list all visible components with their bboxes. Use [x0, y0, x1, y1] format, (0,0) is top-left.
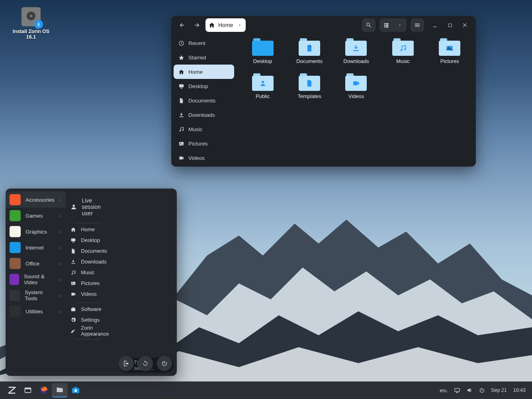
menu-user[interactable]: Live session user — [67, 193, 112, 222]
folder-public[interactable]: Public — [240, 73, 286, 108]
place-documents[interactable]: Documents — [67, 246, 112, 256]
category-system-tools[interactable]: System Tools› — [6, 287, 66, 303]
minimize-button[interactable] — [428, 18, 442, 32]
hamburger-menu-button[interactable] — [411, 18, 424, 32]
folder-downloads[interactable]: Downloads — [333, 38, 379, 73]
svg-point-17 — [72, 273, 73, 275]
appearance-icon — [70, 328, 76, 334]
power-tray-button[interactable] — [477, 383, 487, 397]
category-utilities[interactable]: Utilities› — [6, 303, 66, 319]
folder-desktop[interactable]: Desktop — [240, 38, 286, 73]
picture-icon — [70, 281, 76, 286]
taskbar-time[interactable]: 10:43 — [511, 387, 528, 393]
category-graphics[interactable]: Graphics› — [6, 224, 66, 240]
svg-point-2 — [30, 15, 32, 17]
chevron-right-icon: › — [59, 229, 61, 235]
maximize-button[interactable] — [443, 18, 457, 32]
installer-icon — [22, 7, 41, 26]
desktop-icon — [178, 83, 184, 89]
category-icon — [10, 306, 21, 317]
svg-point-28 — [74, 389, 77, 392]
star-icon — [178, 55, 184, 61]
place-pictures[interactable]: Pictures — [67, 278, 112, 289]
chevron-right-icon: › — [59, 293, 61, 299]
folder-templates[interactable]: Templates — [286, 73, 332, 108]
download-icon — [178, 112, 184, 118]
folder-icon — [345, 38, 367, 56]
picture-icon — [178, 141, 184, 147]
search-button[interactable] — [362, 18, 376, 32]
nav-back-button[interactable] — [175, 18, 189, 32]
home-icon — [209, 22, 215, 28]
category-games[interactable]: Games› — [6, 208, 66, 224]
chevron-right-icon: › — [59, 245, 61, 251]
software-taskbar-button[interactable] — [68, 383, 84, 397]
sidebar-item-pictures[interactable]: Pictures — [174, 136, 234, 151]
place-videos[interactable]: Videos — [67, 289, 112, 299]
place-downloads[interactable]: Downloads — [67, 256, 112, 267]
sidebar-item-documents[interactable]: Documents — [174, 93, 234, 108]
view-list-button[interactable] — [379, 18, 393, 32]
sidebar-item-videos[interactable]: Videos — [174, 151, 234, 165]
svg-point-18 — [74, 273, 75, 274]
desktop-icon-installer[interactable]: Install Zorin OS 16.1 — [7, 7, 55, 40]
volume-button[interactable] — [465, 383, 475, 397]
show-desktop-button[interactable] — [20, 383, 36, 397]
svg-point-5 — [180, 130, 181, 131]
video-icon — [178, 155, 184, 161]
svg-rect-22 — [72, 307, 74, 308]
place-music[interactable]: Music — [67, 267, 112, 278]
keyboard-layout[interactable]: en₁ — [437, 387, 450, 393]
category-icon — [10, 290, 20, 301]
category-icon — [10, 194, 21, 205]
files-taskbar-button[interactable] — [52, 383, 68, 397]
files-grid: DesktopDocumentsDownloadsMusicPicturesPu… — [237, 34, 476, 167]
sidebar-item-desktop[interactable]: Desktop — [174, 79, 234, 93]
doc-icon — [70, 248, 76, 254]
util-software[interactable]: Software — [67, 304, 112, 314]
menu-divider — [74, 223, 101, 223]
software-icon — [70, 307, 76, 312]
category-accessories[interactable]: Accessories› — [6, 192, 66, 208]
util-zorin-appearance[interactable]: Zorin Appearance — [67, 325, 112, 336]
restart-button[interactable] — [138, 356, 153, 371]
sidebar-item-music[interactable]: Music — [174, 122, 234, 136]
folder-music[interactable]: Music — [380, 38, 426, 73]
sidebar-item-home[interactable]: Home — [174, 65, 234, 79]
sidebar-item-starred[interactable]: Starred — [174, 50, 234, 65]
category-internet[interactable]: Internet› — [6, 240, 66, 256]
category-icon — [10, 274, 19, 285]
svg-point-13 — [262, 81, 264, 83]
folder-videos[interactable]: Videos — [333, 73, 379, 108]
sidebar-item-recent[interactable]: Recent — [174, 36, 234, 50]
shutdown-button[interactable] — [157, 356, 172, 371]
chevron-right-icon: › — [59, 197, 61, 203]
start-button[interactable] — [4, 383, 20, 397]
folder-icon — [299, 73, 320, 91]
place-home[interactable]: Home — [67, 224, 112, 235]
folder-icon — [299, 38, 320, 56]
folder-documents[interactable]: Documents — [286, 38, 332, 73]
doc-icon — [178, 98, 184, 104]
menu-categories: Accessories›Games›Graphics›Internet›Offi… — [6, 189, 66, 376]
gear-icon — [70, 317, 76, 323]
category-office[interactable]: Office› — [6, 256, 66, 271]
close-button[interactable] — [458, 18, 472, 32]
breadcrumb[interactable]: Home — [205, 18, 246, 32]
category-sound-video[interactable]: Sound & Video› — [6, 271, 66, 287]
logout-button[interactable] — [119, 356, 134, 371]
nav-forward-button[interactable] — [190, 18, 204, 32]
chevron-right-icon: › — [59, 261, 61, 267]
svg-rect-27 — [74, 387, 77, 389]
folder-pictures[interactable]: Pictures — [427, 38, 473, 73]
view-dropdown-button[interactable] — [393, 18, 407, 32]
place-desktop[interactable]: Desktop — [67, 235, 112, 246]
sidebar-item-downloads[interactable]: Downloads — [174, 108, 234, 122]
music-icon — [178, 126, 184, 132]
music-icon — [70, 270, 76, 275]
tray-desktop-icon[interactable] — [451, 383, 463, 397]
taskbar-date[interactable]: Sep 21 — [489, 387, 509, 393]
category-icon — [10, 226, 21, 237]
firefox-button[interactable] — [36, 383, 52, 397]
util-settings[interactable]: Settings — [67, 314, 112, 325]
